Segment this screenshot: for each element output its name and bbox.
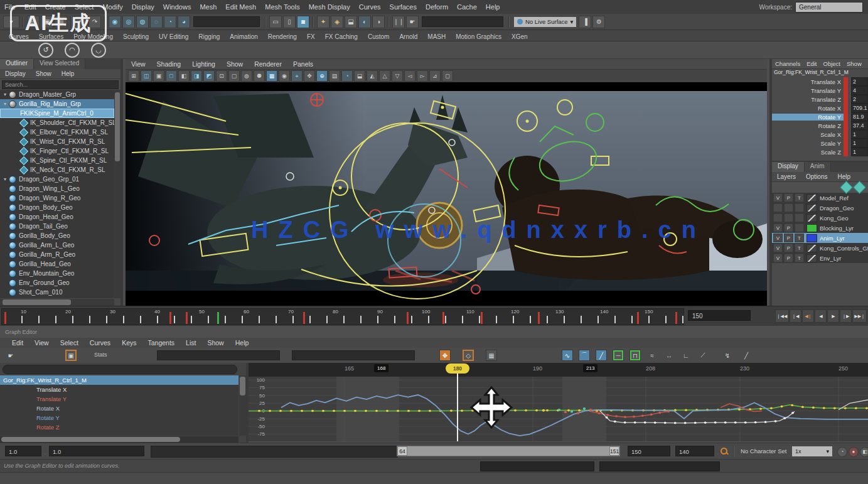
sidebar-tool-settings-icon[interactable]: ⚙: [592, 16, 605, 28]
outliner-item[interactable]: Gorilla_Head_Geo: [0, 259, 114, 269]
play-forwards-button[interactable]: ▶: [827, 309, 839, 323]
outliner-item[interactable]: IK_Elbow_Ctl_FKXM_R_SL: [0, 127, 114, 137]
outliner-item[interactable]: Dragon_Wing_R_Geo: [0, 193, 114, 203]
stats-time-field[interactable]: [157, 350, 280, 360]
layer-toggle-v[interactable]: [773, 213, 783, 222]
outliner-item[interactable]: Env_Mountain_Geo: [0, 269, 114, 278]
layer-toggle-v[interactable]: [773, 203, 783, 212]
display-layers-icon[interactable]: ⬓: [345, 16, 357, 28]
layer-toggle-t[interactable]: T: [795, 244, 804, 252]
range-slider-bar[interactable]: 64 151: [397, 446, 620, 456]
time-slider-track[interactable]: 102030405060708090100110120130140150: [1, 308, 684, 325]
camera-lock-icon[interactable]: ▣: [153, 70, 164, 82]
viewport-menu-view[interactable]: View: [126, 60, 151, 68]
layer-toggle-v[interactable]: V: [773, 254, 783, 262]
outliner-item[interactable]: IK_Finger_Ctl_FKXM_R_SL: [0, 146, 114, 156]
channel-value-field[interactable]: 709.1: [851, 104, 868, 112]
layer-color-chip[interactable]: [806, 204, 817, 212]
viewport-menu-renderer[interactable]: Renderer: [249, 60, 287, 68]
gate-mask-icon[interactable]: ◩: [203, 70, 215, 82]
graph-editor-menu-help[interactable]: Help: [230, 339, 255, 347]
channel-row[interactable]: Translate Y4: [772, 86, 868, 95]
shadows-icon[interactable]: ✥: [304, 70, 315, 82]
range-start-handle[interactable]: 64: [397, 446, 407, 456]
graph-editor-menu-curves[interactable]: Curves: [84, 339, 116, 347]
layer-row[interactable]: VPTModel_Ref: [772, 193, 868, 203]
layer-row[interactable]: Dragon_Geo: [772, 203, 868, 213]
expand-arrow-icon[interactable]: ▾: [1, 92, 9, 97]
menu-mesh[interactable]: Mesh: [195, 3, 221, 11]
graph-editor-menu-view[interactable]: View: [29, 339, 55, 347]
circle-tool-icon[interactable]: ↺: [38, 43, 53, 58]
animation-start-field[interactable]: 1.0: [5, 446, 41, 456]
selection-pointer-icon[interactable]: ☛: [5, 350, 16, 361]
outliner-item[interactable]: Dragon_Body_Geo: [0, 203, 114, 212]
channel-row[interactable]: Rotate Z37.4: [772, 121, 868, 130]
channel-value-field[interactable]: 81.9: [851, 112, 868, 121]
render-settings-icon[interactable]: ◈: [331, 16, 343, 28]
channel-value-field[interactable]: 1: [851, 130, 868, 139]
make-live-icon[interactable]: ◕: [178, 16, 190, 28]
graph-editor-channel[interactable]: Rotate X: [0, 404, 238, 413]
shelf-tab-custom[interactable]: Custom: [363, 33, 394, 41]
outliner-item[interactable]: IK_Wrist_Ctl_FKXM_R_SL: [0, 137, 114, 146]
outliner-menu-help[interactable]: Help: [56, 70, 80, 77]
layer-tab-anim[interactable]: Anim: [805, 162, 831, 172]
channel-row[interactable]: Scale Y1: [772, 139, 868, 148]
expand-arrow-icon[interactable]: ▾: [1, 101, 9, 107]
outliner-item[interactable]: ▾Gorilla_Rig_Main_Grp: [0, 99, 114, 109]
layer-row[interactable]: VPTKong_Controls_GRP: [772, 243, 868, 253]
graph-editor-menu-list[interactable]: List: [180, 339, 201, 347]
outliner-tab-1[interactable]: View Selected: [34, 59, 85, 69]
menu-deform[interactable]: Deform: [421, 3, 453, 11]
go-to-start-button[interactable]: ❘◀◀: [775, 309, 790, 323]
workspace-dropdown[interactable]: General: [795, 2, 863, 13]
snap-grid-icon[interactable]: ◉: [109, 16, 121, 28]
menu-help[interactable]: Help: [481, 3, 505, 11]
channel-value-field[interactable]: 1: [851, 148, 868, 156]
snap-icon[interactable]: ◫: [141, 70, 152, 82]
motion-blur-icon[interactable]: ▤: [329, 70, 340, 82]
channel-box-menu-show[interactable]: Show: [844, 60, 865, 67]
step-back-key-button[interactable]: ◀❘: [802, 309, 814, 323]
viewport-menu-lighting[interactable]: Lighting: [186, 60, 221, 68]
outliner-item[interactable]: Gorilla_Arm_L_Geo: [0, 240, 114, 250]
bookmark-flag[interactable]: 168: [374, 364, 388, 372]
graph-editor-time-ruler[interactable]: 165190208230250168213180: [249, 363, 868, 377]
multisample-icon[interactable]: ◔: [341, 70, 353, 82]
menu-display[interactable]: Display: [127, 3, 159, 11]
menu-surfaces[interactable]: Surfaces: [385, 3, 421, 11]
channel-row[interactable]: Scale Z1: [772, 148, 868, 156]
snap-point-icon[interactable]: ◍: [136, 16, 149, 28]
layer-menu-options[interactable]: Options: [801, 173, 832, 180]
outliner-item[interactable]: Dragon_Wing_L_Geo: [0, 184, 114, 193]
outliner-menu-show[interactable]: Show: [31, 70, 56, 77]
outliner-item[interactable]: ▾Dragon_Geo_Grp_01: [0, 175, 114, 184]
wireframe-icon[interactable]: ⚉: [254, 70, 265, 82]
depth-of-field-icon[interactable]: ⬓: [354, 70, 365, 82]
channel-row[interactable]: Translate Z2: [772, 95, 868, 104]
pause-viewport-icon[interactable]: ❘❘: [392, 16, 405, 28]
graph-editor-vertical-scrollbar[interactable]: [239, 375, 246, 436]
viewport-menu-show[interactable]: Show: [221, 60, 249, 68]
textured-icon[interactable]: ◉: [279, 70, 290, 82]
shelf-tab-animation[interactable]: Animation: [225, 33, 262, 41]
shelf-tab-mash[interactable]: MASH: [422, 33, 451, 41]
channel-box-menu-object[interactable]: Object: [820, 60, 844, 67]
isolate-select-icon[interactable]: ◭: [367, 70, 378, 82]
menu-curves[interactable]: Curves: [355, 3, 385, 11]
graph-editor-menu-edit[interactable]: Edit: [6, 339, 29, 347]
playback-speed-dropdown[interactable]: 1x: [792, 446, 832, 456]
flat-tangents-button[interactable]: ─: [613, 350, 624, 361]
input-line-field[interactable]: [193, 16, 260, 27]
outliner-horizontal-scrollbar[interactable]: [0, 299, 114, 306]
step-forward-key-button[interactable]: ❘▶: [840, 309, 852, 323]
outliner-search-input[interactable]: Search...: [2, 80, 119, 89]
sidebar-attr-editor-icon[interactable]: ▐: [579, 16, 591, 28]
panel-layout-icon[interactable]: ◻: [442, 70, 453, 82]
free-tangent-weight-icon[interactable]: ↯: [722, 350, 733, 361]
swap-buffer-curve-icon[interactable]: ↔: [663, 350, 675, 361]
outliner-item[interactable]: Gorilla_Body_Geo: [0, 231, 114, 240]
layer-toggle-v[interactable]: V: [773, 223, 783, 232]
no-live-surface-dropdown[interactable]: No Live Surface▾: [514, 17, 576, 27]
